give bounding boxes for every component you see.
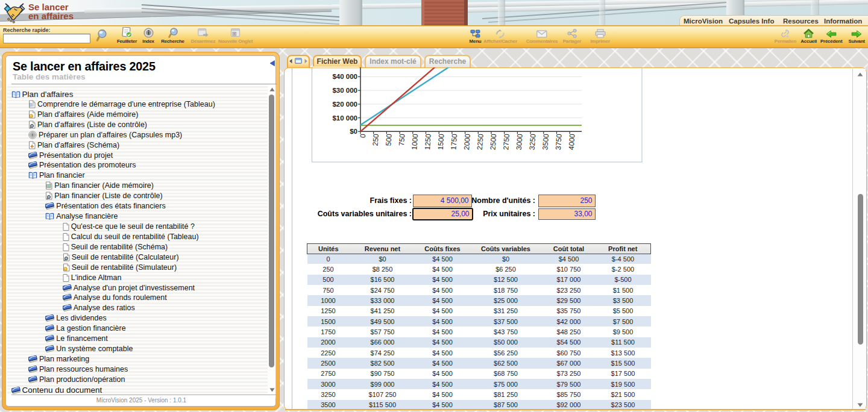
svg-text:$20 000: $20 000 — [332, 101, 357, 108]
svg-text:2000: 2000 — [462, 133, 472, 150]
svg-text:2250: 2250 — [476, 133, 485, 150]
svg-text:$0: $0 — [350, 128, 357, 135]
svg-text:250: 250 — [371, 133, 380, 146]
svg-text:$30 000: $30 000 — [332, 87, 357, 94]
svg-text:3000: 3000 — [515, 133, 524, 150]
svg-text:3500: 3500 — [541, 133, 550, 150]
svg-text:$10 000: $10 000 — [332, 114, 357, 122]
svg-text:0: 0 — [359, 133, 367, 138]
svg-text:1000: 1000 — [410, 133, 420, 150]
svg-text:500: 500 — [384, 133, 393, 146]
svg-text:1500: 1500 — [436, 133, 446, 150]
svg-text:4000: 4000 — [567, 133, 577, 150]
svg-text:1750: 1750 — [449, 133, 459, 150]
svg-text:3250: 3250 — [528, 133, 538, 150]
svg-text:2750: 2750 — [502, 133, 511, 150]
svg-text:1250: 1250 — [423, 133, 433, 150]
svg-text:750: 750 — [397, 133, 406, 146]
svg-text:$40 000: $40 000 — [332, 73, 357, 80]
svg-text:3750: 3750 — [554, 133, 564, 150]
svg-text:2500: 2500 — [488, 133, 498, 150]
